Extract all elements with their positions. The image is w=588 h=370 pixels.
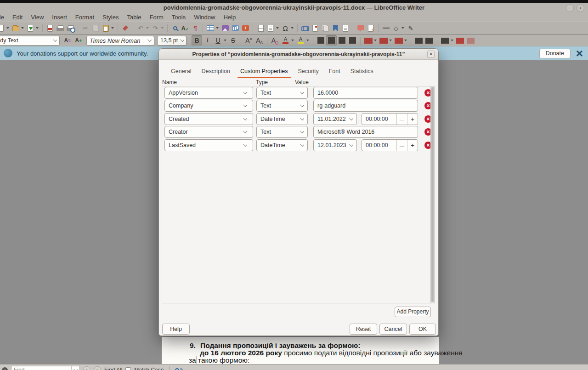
property-name-combobox[interactable]: Creator [164, 126, 253, 138]
scrollbar-thumb[interactable] [431, 87, 434, 302]
chevron-down-icon[interactable] [298, 87, 304, 98]
print-preview-icon[interactable] [65, 23, 75, 34]
menu-tools[interactable]: Tools [168, 14, 190, 21]
undo-dropdown[interactable] [146, 27, 149, 29]
copy-icon[interactable] [90, 23, 101, 34]
align-right-icon[interactable] [337, 35, 347, 46]
subscript-icon[interactable] [254, 35, 265, 46]
reset-button[interactable]: Reset [350, 324, 377, 335]
justify-icon[interactable] [347, 35, 358, 46]
print-icon[interactable] [55, 23, 65, 34]
find-close-icon[interactable] [2, 367, 8, 370]
insert-chart-icon[interactable] [230, 23, 240, 34]
help-button[interactable]: Help [162, 324, 190, 335]
chevron-down-icon[interactable] [241, 87, 249, 98]
save-dropdown[interactable] [36, 27, 39, 29]
ok-button[interactable]: OK [409, 324, 436, 335]
paste-icon[interactable] [101, 23, 111, 34]
menu-window[interactable]: Window [190, 14, 219, 21]
infobar-close-icon[interactable] [576, 47, 583, 61]
property-value-input[interactable]: rg-adguard [313, 100, 418, 112]
dialog-titlebar[interactable]: Properties of “povidomlennia-gromadske-o… [159, 49, 438, 60]
update-style-icon[interactable] [62, 35, 73, 46]
find-and-replace-icon[interactable]: ✎ [175, 368, 183, 370]
menu-insert[interactable]: Insert [48, 14, 71, 21]
chevron-down-icon[interactable] [71, 366, 79, 370]
save-icon[interactable] [25, 23, 35, 34]
strikethrough-icon[interactable] [228, 35, 238, 46]
insert-table-icon[interactable] [205, 23, 215, 34]
outline-list-icon[interactable] [393, 35, 404, 46]
find-next-icon[interactable] [94, 366, 101, 370]
property-time-field[interactable]: 00:00:00 [362, 113, 418, 125]
time-increase-button[interactable] [407, 114, 418, 125]
property-type-combobox[interactable]: DateTime [256, 139, 308, 151]
find-all-button[interactable]: Find All [104, 367, 122, 370]
outline-list-dropdown[interactable] [404, 40, 407, 41]
property-name-combobox[interactable]: LastSaved [164, 139, 253, 151]
tab-custom-properties[interactable]: Custom Properties [235, 65, 293, 78]
menu-view[interactable]: View [27, 14, 48, 21]
time-decrease-button[interactable] [396, 140, 407, 151]
cut-icon[interactable]: ✂ [80, 23, 90, 34]
numbered-list-dropdown[interactable] [389, 40, 392, 41]
find-replace-icon[interactable] [170, 23, 180, 34]
insert-comment-icon[interactable] [356, 23, 366, 34]
redo-dropdown[interactable] [161, 27, 164, 29]
line-spacing-icon[interactable] [440, 35, 450, 46]
menu-edit[interactable]: Edit [8, 14, 27, 21]
menu-table[interactable]: Table [123, 14, 145, 21]
align-left-icon[interactable] [316, 35, 326, 46]
basic-shapes-dropdown[interactable] [401, 27, 404, 29]
highlight-color-dropdown[interactable] [306, 40, 309, 41]
document-page[interactable]: 9. Подання пропозицій і зауважень за фор… [162, 337, 439, 364]
dialog-close-icon[interactable] [427, 51, 435, 58]
bullet-list-dropdown[interactable] [374, 40, 377, 41]
menu-file[interactable]: File [0, 14, 8, 21]
highlight-color-icon[interactable] [295, 35, 306, 46]
clone-formatting-icon[interactable] [120, 23, 130, 34]
property-date-combobox[interactable]: 12.01.2023 [313, 139, 357, 151]
chevron-down-icon[interactable] [178, 36, 184, 45]
font-color-icon[interactable] [280, 35, 291, 46]
export-pdf-icon[interactable] [45, 23, 55, 34]
property-name-combobox[interactable]: Created [164, 113, 253, 125]
maximize-icon[interactable] [577, 4, 584, 12]
new-document-dropdown[interactable] [6, 27, 9, 29]
basic-shapes-icon[interactable]: ◇ [391, 23, 401, 34]
font-size-combobox[interactable]: 13,5 pt [157, 36, 187, 46]
paragraph-style-combobox[interactable]: Body Text [0, 36, 60, 46]
bookmark-icon[interactable] [330, 23, 340, 34]
donate-button[interactable]: Donate [539, 49, 571, 58]
tab-general[interactable]: General [166, 65, 196, 78]
property-time-field[interactable]: 00:00:00 [362, 139, 418, 151]
insert-table-dropdown[interactable] [216, 27, 219, 29]
line-spacing-dropdown[interactable] [451, 40, 453, 41]
bold-icon[interactable] [192, 35, 202, 46]
menu-help[interactable]: Help [219, 14, 240, 21]
increase-paragraph-spacing-icon[interactable] [455, 35, 465, 46]
cancel-button[interactable]: Cancel [379, 324, 407, 335]
italic-icon[interactable] [202, 35, 213, 46]
paste-dropdown[interactable] [111, 27, 114, 29]
add-property-button[interactable]: Add Property [395, 307, 431, 317]
formatting-marks-icon[interactable]: ¶ [190, 23, 200, 34]
property-name-combobox[interactable]: Company [164, 100, 253, 112]
find-previous-icon[interactable] [83, 366, 90, 370]
decrease-indent-icon[interactable] [424, 35, 435, 46]
chevron-down-icon[interactable] [241, 126, 249, 137]
hyperlink-icon[interactable] [300, 23, 310, 34]
tab-font[interactable]: Font [324, 65, 345, 78]
time-increase-button[interactable] [407, 140, 418, 151]
numbered-list-icon[interactable] [378, 35, 389, 46]
freeform-line-icon[interactable]: ✎ [406, 23, 416, 34]
align-center-icon[interactable] [326, 35, 337, 46]
chevron-down-icon[interactable] [241, 140, 249, 151]
insert-line-icon[interactable] [381, 23, 391, 34]
tab-description[interactable]: Description [196, 65, 235, 78]
spelling-icon[interactable]: A [180, 23, 190, 34]
chevron-down-icon[interactable] [145, 36, 151, 45]
properties-scrollbar[interactable] [430, 86, 434, 303]
cross-reference-icon[interactable] [340, 23, 351, 34]
tab-security[interactable]: Security [293, 65, 324, 78]
